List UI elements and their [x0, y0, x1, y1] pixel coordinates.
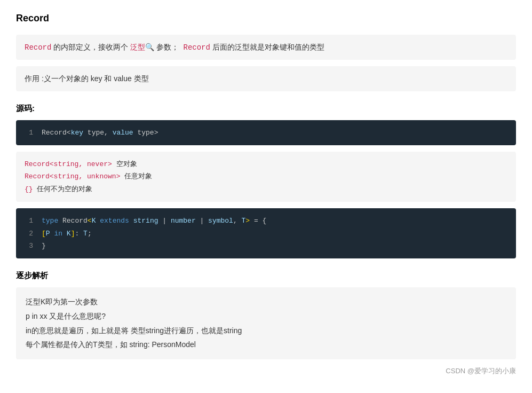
kw-close-brace: } [42, 242, 46, 250]
kw-pipe1: | [158, 217, 170, 225]
example1-code: Record<string, never> [25, 160, 112, 168]
ln-1: 1 [25, 215, 33, 227]
kw-extends-kw: extends [96, 217, 133, 225]
kw-comma: , [233, 217, 242, 225]
kw-bracket-open: [ [42, 230, 46, 238]
kw-symbol-type: symbol [208, 217, 233, 225]
analysis-block: 泛型K即为第一次参数 p in xx 又是什么意思呢? in的意思就是遍历，如上… [16, 287, 516, 359]
example-line-2: Record<string, unknown> 任意对象 [25, 170, 507, 183]
info1-plain2: 参数； [154, 43, 179, 51]
section-title-analysis: 逐步解析 [16, 269, 516, 282]
ln-3: 3 [25, 240, 33, 252]
code-angle-close: > [154, 129, 158, 137]
code-content-multi: type Record<K extends string | number | … [42, 215, 507, 252]
code-angle-open: < [67, 129, 71, 137]
example-line-3: {} 任何不为空的对象 [25, 183, 507, 195]
code-content-signature: Record<key type, value type> [42, 127, 507, 139]
analysis-line-1: 泛型K即为第一次参数 [26, 295, 506, 309]
analysis-line-2: p in xx 又是什么意思呢? [26, 309, 506, 324]
info1-search-icon: 🔍 [145, 43, 154, 51]
code-record-name: Record [42, 129, 67, 137]
kw-in-kw: in [50, 230, 67, 238]
code-value: value [113, 129, 133, 137]
info1-record-text2: Record [179, 43, 210, 52]
kw-eq: = { [250, 217, 266, 225]
kw-K2: K [67, 230, 71, 238]
analysis-line-4: 每个属性都是传入的T类型，如 string: PersonModel [26, 337, 506, 352]
example2-code: Record<string, unknown> [25, 172, 120, 180]
line-number-1: 1 [25, 127, 33, 139]
example-block: Record<string, never> 空对象 Record<string,… [16, 152, 516, 202]
info1-plain1: 的内部定义，接收两个 [51, 43, 130, 51]
info1-record-text1: Record [25, 43, 51, 52]
code-space1: type, [83, 129, 113, 137]
kw-gt: > [245, 217, 250, 225]
kw-record-name: Record [62, 217, 88, 225]
watermark: CSDN @爱学习的小康 [16, 366, 516, 377]
kw-P: P [46, 230, 50, 238]
info-block-1: Record 的内部定义，接收两个 泛型🔍 参数； Record 后面的泛型就是… [16, 35, 516, 60]
line-numbers-multi: 1 2 3 [25, 215, 33, 252]
code-block-source-multi: 1 2 3 type Record<K extends string | num… [16, 208, 516, 258]
kw-number-type: number [171, 217, 196, 225]
info1-plain3: 后面的泛型就是对象键和值的类型 [210, 43, 324, 51]
kw-semicolon: ; [88, 230, 92, 238]
code-key: key [71, 129, 83, 137]
code-space2: type [133, 129, 154, 137]
code-line-2: [P in K]: T; [42, 227, 507, 240]
kw-string-type: string [133, 217, 158, 225]
page-title: Record [16, 11, 516, 26]
example-line-1: Record<string, never> 空对象 [25, 158, 507, 170]
example2-text: 任意对象 [120, 172, 152, 180]
code-line-3: } [42, 240, 507, 252]
ln-2: 2 [25, 227, 33, 240]
kw-T2: T [83, 230, 88, 238]
analysis-line-3: in的意思就是遍历，如上就是将 类型string进行遍历，也就是string [26, 324, 506, 338]
example3-code: {} [25, 185, 33, 193]
kw-lt: < [88, 217, 92, 225]
kw-type: type [42, 217, 62, 225]
info2-text: 作用 :义一个对象的 key 和 value 类型 [25, 74, 149, 83]
section-title-source: 源码: [16, 102, 516, 115]
example1-text: 空对象 [112, 160, 137, 168]
kw-colon-sym: : [75, 230, 83, 238]
kw-pipe2: | [196, 217, 208, 225]
example3-text: 任何不为空的对象 [33, 185, 93, 193]
info-block-2: 作用 :义一个对象的 key 和 value 类型 [16, 66, 516, 91]
code-block-record-signature: 1 Record<key type, value type> [16, 120, 516, 145]
code-line-1: type Record<K extends string | number | … [42, 215, 507, 227]
info1-generic: 泛型 [130, 43, 145, 52]
